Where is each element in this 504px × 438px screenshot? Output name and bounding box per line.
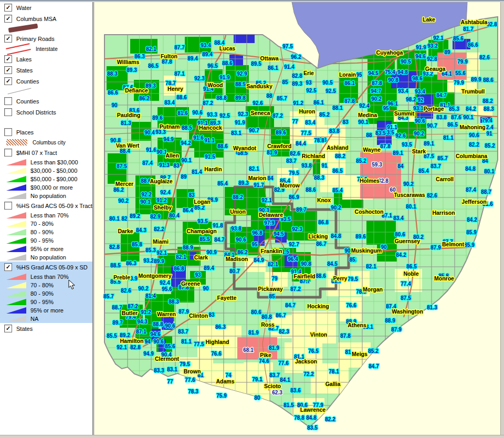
value-label: 91.9 <box>416 45 426 50</box>
value-label: 82.1 <box>366 264 376 269</box>
value-label: 83.1 <box>167 367 177 372</box>
value-label: 86.5 <box>447 122 458 128</box>
layer-checkbox[interactable]: ✓ <box>4 55 12 63</box>
value-label: 82.6 <box>121 288 131 294</box>
layer-label: States <box>16 326 33 332</box>
district-patch <box>292 311 336 343</box>
county-label: Marion <box>248 175 266 181</box>
value-label: 84.8 <box>331 233 341 239</box>
value-label: 87.8 <box>344 98 355 104</box>
county-label: Franklin <box>261 248 282 254</box>
layer-item[interactable]: ✓Water <box>0 2 92 13</box>
layer-item[interactable]: Counties <box>0 96 92 107</box>
legend-row: 70 - 80% <box>0 220 92 228</box>
map-panel[interactable]: 82.187.793.488.486.389.489.487.886.596.5… <box>94 2 500 435</box>
layer-item[interactable]: Places <box>0 127 92 138</box>
layer-checkbox[interactable]: ✓ <box>4 4 12 12</box>
layer-item[interactable]: ✓Primary Roads <box>0 33 92 44</box>
layer-checkbox[interactable] <box>4 202 12 210</box>
layer-item[interactable]: ✓Counties <box>0 76 92 87</box>
value-label: 93 <box>195 272 201 278</box>
layer-checkbox[interactable]: ✓ <box>4 325 12 332</box>
value-label: 78.8 <box>314 138 324 143</box>
county-label: Hancock <box>199 124 222 131</box>
layer-item[interactable]: ✓Lakes <box>0 54 92 65</box>
value-label: 82.2 <box>325 416 335 422</box>
layer-checkbox[interactable]: ✓ <box>4 66 12 74</box>
value-label: 92.5 <box>219 113 230 119</box>
layer-item[interactable]: ✓States <box>0 65 92 76</box>
county-label: Lorain <box>339 71 356 78</box>
county-label: Ashtabula <box>461 19 488 25</box>
legend-label: 70 - 80% <box>30 221 54 227</box>
value-label: 85.9 <box>464 242 475 248</box>
legend-label: NA <box>30 316 38 322</box>
value-label: 83 <box>188 192 195 198</box>
map-canvas[interactable]: 82.187.793.488.486.389.489.487.886.596.5… <box>94 2 500 435</box>
layer-checkbox[interactable] <box>4 108 12 116</box>
value-label: 82.2 <box>469 142 479 148</box>
layer-checkbox[interactable]: ✓ <box>4 77 12 85</box>
county-label: Preble <box>113 274 130 280</box>
value-label: 83.5 <box>375 130 386 136</box>
value-label: 90.5 <box>401 59 411 65</box>
value-label: 88.6 <box>483 77 494 83</box>
legend-label: Less than 70% <box>30 274 69 280</box>
value-label: 83.4 <box>305 120 316 126</box>
legend-row: No population <box>0 192 92 200</box>
value-label: 84.7 <box>436 92 447 98</box>
value-label: 84.8 <box>465 166 476 172</box>
value-label: 84.2 <box>396 252 406 258</box>
value-label: 83.7 <box>269 372 280 378</box>
layer-item[interactable]: $MHI 07 x Tract <box>0 147 92 158</box>
value-label: 87.9 <box>391 327 402 332</box>
value-label: 81.6 <box>177 110 188 116</box>
value-label: 81 <box>345 349 351 355</box>
layer-item[interactable]: %HS Grad ACS 05-09 x Tract <box>0 200 92 211</box>
value-label: 92.5 <box>306 88 317 93</box>
layer-checkbox[interactable]: ✓ <box>4 263 12 271</box>
layer-checkbox[interactable] <box>4 97 12 105</box>
value-label: 93.5 <box>197 218 208 224</box>
legend-row: 80 - 90% <box>0 228 92 236</box>
value-label: 85.2 <box>485 143 495 149</box>
value-label: 85.6 <box>453 36 464 41</box>
layer-item[interactable]: School Districts <box>0 107 92 118</box>
value-label: 90.7 <box>249 128 259 133</box>
value-label: 83.8 <box>329 128 340 134</box>
layer-checkbox[interactable]: ✓ <box>4 35 12 43</box>
layer-item[interactable]: ✓Columbus MSA <box>0 13 92 24</box>
value-label: 85.4 <box>332 187 343 193</box>
layer-item[interactable]: ✓States <box>0 323 92 334</box>
legend-wedge <box>6 299 26 305</box>
value-label: 90.1 <box>140 199 151 205</box>
value-label: 95 <box>383 106 389 111</box>
value-label: 88.5 <box>235 81 246 87</box>
layer-block--mhi-07-x-tract: $MHI 07 x TractLess than $30,000$30,000 … <box>0 147 92 200</box>
county-label: Shelby <box>154 204 172 211</box>
county-label: Muskingum <box>351 247 382 254</box>
value-label: 91.1 <box>204 138 215 143</box>
layer-checkbox[interactable] <box>4 128 12 136</box>
legend-label: $50,000 - $90,000 <box>30 176 77 182</box>
value-label: 85.5 <box>107 333 117 339</box>
county-label: Wayne <box>363 147 381 153</box>
layer-checkbox[interactable] <box>4 149 12 157</box>
right-edge-strip <box>500 2 504 435</box>
legend-wedge <box>6 184 26 191</box>
layer-panel[interactable]: ✓Water✓Columbus MSA✓Primary RoadsInterst… <box>0 2 93 435</box>
swatch-label: Interstate <box>36 46 58 52</box>
layer-checkbox[interactable]: ✓ <box>4 15 12 23</box>
value-label: 89.1 <box>393 150 403 156</box>
value-label: 80.4 <box>169 213 180 218</box>
value-label: 90.2 <box>403 181 414 187</box>
county-label: Cuyahoga <box>376 49 403 56</box>
value-label: 75.9 <box>216 393 227 399</box>
legend-row: NA <box>0 315 92 323</box>
value-label: 88.9 <box>385 318 395 324</box>
county-label: Auglaize <box>150 178 172 184</box>
layer-item[interactable]: ✓%HS Grad ACS 05-09 x SD <box>0 262 92 273</box>
value-label: 93.3 <box>207 112 217 118</box>
value-label: 77 <box>167 379 173 384</box>
legend-row: Less than $30,000 <box>0 158 92 166</box>
